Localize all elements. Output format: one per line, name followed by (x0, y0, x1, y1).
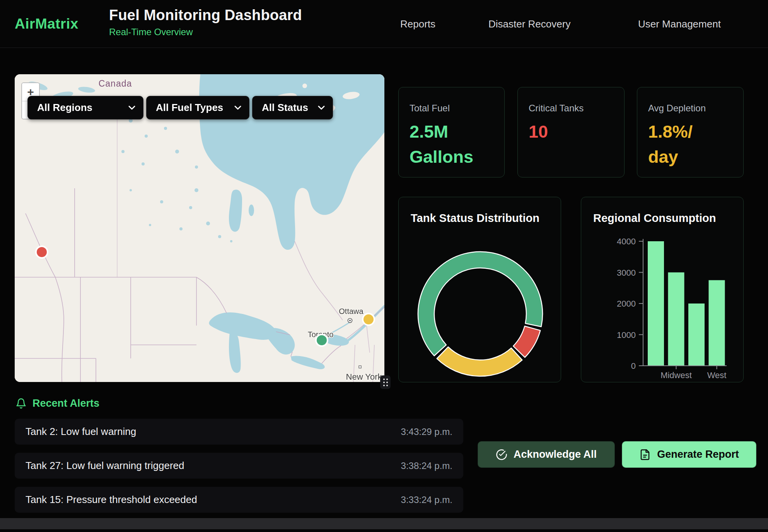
alert-message: Tank 15: Pressure threshold exceeded (26, 494, 197, 506)
chevron-down-icon (318, 106, 325, 110)
map-canvas[interactable]: Canada Ottawa Toronto New York (15, 74, 384, 382)
alert-row[interactable]: Tank 2: Low fuel warning 3:43:29 p.m. (15, 419, 463, 445)
app-header: AirMatrix Fuel Monitoring Dashboard Real… (0, 0, 768, 48)
bar-ytick-label: 0 (631, 361, 636, 371)
fuel-type-filter-value: All Fuel Types (156, 102, 223, 114)
alerts-header: Recent Alerts (15, 397, 99, 409)
map-marker-critical[interactable] (36, 246, 48, 258)
bar-ytick-label: 2000 (617, 299, 636, 309)
bar-ytick-label: 4000 (617, 237, 636, 246)
nav-disaster-recovery[interactable]: Disaster Recovery (488, 0, 570, 48)
generate-report-button[interactable]: Generate Report (622, 441, 756, 468)
alert-timestamp: 3:43:29 p.m. (401, 426, 452, 437)
bar-region-3 (709, 280, 725, 366)
alert-timestamp: 3:33:24 p.m. (401, 494, 452, 505)
check-circle-icon (496, 449, 507, 460)
bar-xtick-label: Midwest (660, 370, 692, 380)
region-filter-select[interactable]: All Regions (27, 96, 143, 119)
donut-segment-critical (513, 326, 540, 358)
donut-segment-warning (437, 347, 522, 376)
bell-icon (15, 398, 27, 409)
newyork-town-dot (359, 366, 361, 368)
alert-message: Tank 27: Low fuel warning triggered (26, 460, 184, 472)
chevron-down-icon (234, 106, 241, 110)
kpi-value: 1.8%/​day (648, 119, 717, 170)
region-filter-value: All Regions (37, 102, 92, 114)
alert-timestamp: 3:38:24 p.m. (401, 460, 452, 471)
kpi-label: Total Fuel (410, 103, 493, 114)
status-filter-select[interactable]: All Status (252, 96, 333, 119)
nav-reports[interactable]: Reports (400, 0, 435, 48)
map-label-ottawa: Ottawa (339, 307, 364, 315)
regional-consumption-chart-card: Regional Consumption 01000200030004000Mi… (581, 197, 744, 382)
acknowledge-all-label: Acknowledge All (514, 448, 597, 460)
kpi-card-avg-depletion: Avg Depletion 1.8%/​day (637, 87, 744, 177)
kpi-card-total-fuel: Total Fuel 2.5M Gallons (398, 87, 505, 177)
map-svg: Canada Ottawa Toronto New York (15, 74, 384, 382)
kpi-card-critical-tanks: Critical Tanks 10 (517, 87, 625, 177)
nav-user-management[interactable]: User Management (638, 0, 721, 48)
status-filter-value: All Status (262, 102, 308, 114)
map-label-newyork: New York (346, 372, 382, 382)
alert-message: Tank 2: Low fuel warning (26, 426, 136, 438)
alert-row[interactable]: Tank 15: Pressure threshold exceeded 3:3… (15, 487, 463, 513)
page-title: Fuel Monitoring Dashboard (109, 7, 302, 24)
alert-row[interactable]: Tank 27: Low fuel warning triggered 3:38… (15, 453, 463, 479)
kpi-value: 2.5M Gallons (410, 119, 478, 170)
chevron-down-icon (128, 106, 135, 110)
map-filter-bar: All Regions All Fuel Types All Status (27, 96, 333, 119)
bar-ytick-label: 3000 (617, 268, 636, 278)
kpi-label: Avg Depletion (648, 103, 732, 114)
fuel-type-filter-select[interactable]: All Fuel Types (146, 96, 249, 119)
app-logo[interactable]: AirMatrix (15, 0, 79, 48)
tank-status-chart-card: Tank Status Distribution (398, 197, 561, 382)
map-resize-handle[interactable] (380, 375, 391, 389)
map-marker-warning[interactable] (363, 314, 374, 325)
bar-region-1 (668, 273, 684, 366)
bar-region-0 (648, 241, 664, 366)
page-subtitle: Real-Time Overview (109, 27, 302, 38)
title-block: Fuel Monitoring Dashboard Real-Time Over… (109, 7, 302, 38)
donut-chart (399, 197, 561, 383)
file-text-icon (639, 449, 651, 460)
bar-chart: 01000200030004000MidwestWest (581, 197, 744, 383)
bar-region-2 (688, 304, 705, 366)
map-marker-normal[interactable] (316, 334, 328, 346)
fuel-monitoring-dashboard: AirMatrix Fuel Monitoring Dashboard Real… (0, 0, 768, 532)
alerts-title: Recent Alerts (32, 397, 99, 409)
map-panel: Canada Ottawa Toronto New York + − All R… (15, 74, 384, 382)
kpi-label: Critical Tanks (529, 103, 613, 114)
acknowledge-all-button[interactable]: Acknowledge All (478, 441, 615, 468)
bar-ytick-label: 1000 (617, 330, 636, 340)
horizontal-scrollbar-track[interactable] (0, 518, 768, 529)
ottawa-city-dot-core (349, 320, 351, 321)
bar-xtick-label: West (707, 370, 727, 380)
map-label-canada: Canada (99, 78, 132, 89)
kpi-value: 10 (529, 119, 597, 144)
generate-report-label: Generate Report (657, 448, 739, 460)
